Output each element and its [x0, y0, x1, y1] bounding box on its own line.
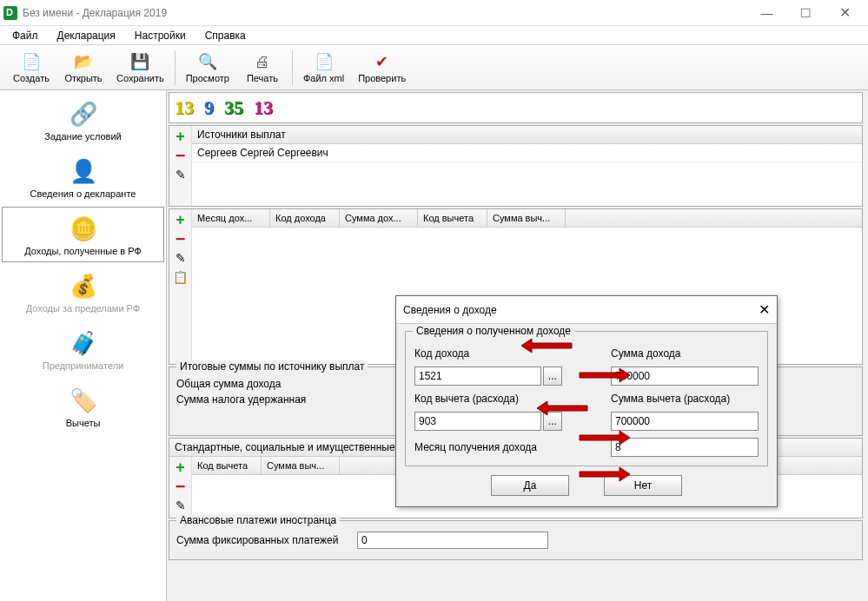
person-icon: 👤 — [68, 155, 99, 187]
sidebar: 🔗 Задание условий 👤 Сведения о декларант… — [0, 90, 167, 601]
source-row[interactable]: Сергеев Сергей Сергеевич — [192, 144, 862, 162]
income-code-label: Код дохода — [414, 347, 562, 360]
totals-legend: Итоговые суммы по источнику выплат — [176, 360, 368, 373]
menu-help[interactable]: Справка — [200, 28, 251, 43]
sidebar-item-income-rf[interactable]: 🪙 Доходы, полученные в РФ — [2, 207, 164, 262]
sources-vtoolbar: + − ✎ — [169, 126, 192, 206]
create-label: Создать — [13, 73, 50, 83]
sidebar-item-conditions[interactable]: 🔗 Задание условий — [2, 92, 164, 148]
fixed-pay-input[interactable] — [357, 532, 548, 549]
col-month[interactable]: Месяц дох... — [192, 209, 270, 227]
print-button[interactable]: 🖨 Печать — [236, 47, 288, 89]
xml-button[interactable]: 📄 Файл xml — [296, 47, 351, 89]
dialog-title: Сведения о доходе — [403, 304, 497, 316]
income-sum-input[interactable] — [611, 367, 759, 386]
income-code-input[interactable] — [414, 367, 541, 386]
dialog-yes-button[interactable]: Да — [491, 475, 569, 496]
menu-file[interactable]: Файл — [7, 28, 43, 43]
menu-settings[interactable]: Настройки — [129, 28, 191, 43]
save-button[interactable]: 💾 Сохранить — [109, 47, 171, 89]
check-button[interactable]: ✔ Проверить — [351, 47, 413, 89]
income-dialog: Сведения о доходе ✕ Сведения о полученно… — [395, 295, 778, 507]
income-code-browse-button[interactable]: ... — [543, 367, 562, 386]
view-button[interactable]: 🔍 Просмотр — [179, 47, 236, 89]
month-label: Месяц получения дохода — [414, 441, 562, 453]
col-dsum[interactable]: Сумма выч... — [487, 209, 566, 227]
sidebar-label: Вычеты — [66, 418, 101, 428]
rate-tab-35[interactable]: 35 — [222, 96, 245, 119]
add-source-button[interactable]: + — [172, 128, 189, 145]
deduction-code-input[interactable] — [414, 412, 541, 431]
toolbar-sep — [175, 50, 176, 85]
minimize-button[interactable]: — — [747, 1, 786, 25]
sidebar-item-deductions[interactable]: 🏷️ Вычеты — [2, 379, 164, 434]
printer-icon: 🖨 — [252, 51, 273, 72]
view-label: Просмотр — [186, 73, 229, 83]
sources-header: Источники выплат — [192, 126, 862, 144]
remove-std-button[interactable]: − — [172, 478, 189, 495]
deduction-code-browse-button[interactable]: ... — [543, 412, 562, 431]
maximize-button[interactable]: ☐ — [786, 1, 825, 25]
add-std-button[interactable]: + — [172, 459, 189, 476]
col-dcode[interactable]: Код вычета — [418, 209, 487, 227]
new-file-icon: 📄 — [21, 51, 42, 72]
rate-tabs: 13 9 35 13 — [169, 92, 863, 123]
dialog-close-button[interactable]: ✕ — [759, 301, 770, 318]
business-icon: 🧳 — [68, 327, 99, 359]
remove-income-button[interactable]: − — [172, 230, 189, 248]
dialog-legend: Сведения о полученном доходе — [413, 325, 574, 337]
app-icon — [3, 6, 17, 20]
sidebar-label: Доходы, полученные в РФ — [24, 246, 142, 256]
income-vtoolbar: + − ✎ 📋 — [169, 209, 192, 364]
add-income-button[interactable]: + — [172, 211, 189, 228]
advance-legend: Авансовые платежи иностранца — [176, 514, 340, 526]
month-input[interactable] — [611, 438, 759, 457]
income-columns: Месяц дох... Код дохода Сумма дох... Код… — [192, 209, 862, 228]
open-button[interactable]: 📂 Открыть — [57, 47, 109, 89]
rate-tab-13[interactable]: 13 — [173, 96, 195, 119]
col-code[interactable]: Код дохода — [270, 209, 340, 227]
dialog-no-button[interactable]: Нет — [604, 475, 682, 496]
create-button[interactable]: 📄 Создать — [5, 47, 57, 89]
dialog-fieldset: Сведения о полученном доходе Код дохода … — [405, 331, 768, 466]
calc-icon: 🏷️ — [68, 385, 99, 416]
deduction-sum-input[interactable] — [611, 412, 759, 431]
toolbar: 📄 Создать 📂 Открыть 💾 Сохранить 🔍 Просмо… — [0, 45, 868, 90]
std-col-sum[interactable]: Сумма выч... — [262, 457, 340, 474]
sidebar-label: Предприниматели — [43, 360, 123, 371]
tax-withheld-label: Сумма налога удержанная — [176, 393, 350, 406]
window-buttons: — ☐ ✕ — [747, 1, 865, 25]
check-icon: ✔ — [372, 51, 393, 72]
sources-panel: + − ✎ Источники выплат Сергеев Сергей Се… — [169, 125, 863, 207]
remove-source-button[interactable]: − — [172, 147, 189, 164]
col-sum[interactable]: Сумма дох... — [340, 209, 418, 227]
moneybag-icon: 💰 — [68, 270, 99, 301]
open-label: Открыть — [64, 73, 102, 83]
xml-file-icon: 📄 — [314, 51, 335, 72]
close-button[interactable]: ✕ — [825, 1, 865, 25]
window-title: Без имени - Декларация 2019 — [23, 7, 747, 19]
sources-list[interactable]: Источники выплат Сергеев Сергей Сергееви… — [192, 126, 862, 206]
copy-income-button[interactable]: 📋 — [172, 268, 189, 286]
dialog-titlebar[interactable]: Сведения о доходе ✕ — [396, 296, 777, 324]
check-label: Проверить — [358, 73, 406, 83]
rate-tab-9[interactable]: 9 — [202, 96, 215, 119]
edit-std-button[interactable]: ✎ — [172, 497, 189, 514]
edit-income-button[interactable]: ✎ — [172, 249, 189, 267]
deduction-sum-label: Сумма вычета (расхода) — [611, 393, 759, 405]
toolbar-sep — [292, 50, 293, 85]
sidebar-label: Сведения о декларанте — [30, 188, 136, 199]
std-col-code[interactable]: Код вычета — [192, 457, 262, 474]
sidebar-item-declarant[interactable]: 👤 Сведения о декларанте — [2, 149, 164, 205]
total-sum-label: Общая сумма дохода — [176, 378, 350, 390]
sidebar-item-income-foreign[interactable]: 💰 Доходы за пределами РФ — [2, 264, 164, 320]
sidebar-label: Задание условий — [44, 131, 121, 142]
floppy-icon: 💾 — [129, 51, 150, 72]
income-sum-label: Сумма дохода — [611, 347, 759, 360]
sidebar-item-entrepreneur[interactable]: 🧳 Предприниматели — [2, 321, 164, 377]
deduction-code-label: Код вычета (расхода) — [414, 393, 562, 405]
menu-declaration[interactable]: Декларация — [52, 28, 121, 43]
xml-label: Файл xml — [303, 73, 344, 83]
edit-source-button[interactable]: ✎ — [172, 166, 189, 183]
rate-tab-13b[interactable]: 13 — [252, 96, 275, 119]
